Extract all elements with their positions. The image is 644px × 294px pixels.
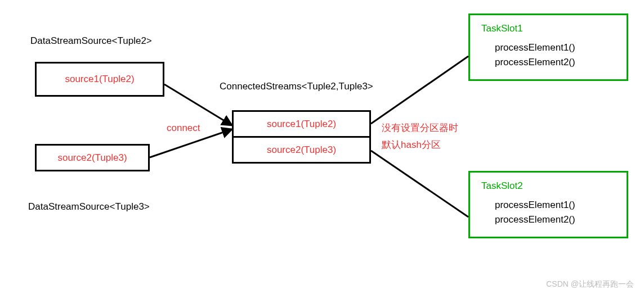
connected-source1-text: source1(Tuple2) bbox=[267, 119, 336, 130]
source1-box: source1(Tuple2) bbox=[35, 62, 164, 97]
line-connected-to-slot2 bbox=[371, 151, 468, 217]
connected-source1-box: source1(Tuple2) bbox=[232, 110, 371, 138]
watermark-text: CSDN @让线程再跑一会 bbox=[546, 279, 634, 290]
task-slot-2-title: TaskSlot2 bbox=[481, 180, 615, 192]
connected-source2-text: source2(Tuple3) bbox=[267, 144, 336, 156]
task-slot-1-process2: processElement2() bbox=[495, 57, 615, 68]
partitioner-note-line1: 没有设置分区器时 bbox=[382, 121, 458, 134]
connected-streams-label: ConnectedStreams<Tuple2,Tuple3> bbox=[220, 81, 373, 92]
source2-box: source2(Tuple3) bbox=[35, 144, 150, 171]
line-connected-to-slot1 bbox=[371, 56, 468, 124]
connected-source2-box: source2(Tuple3) bbox=[232, 136, 371, 164]
task-slot-2-process2: processElement2() bbox=[495, 214, 615, 225]
data-stream-source-tuple3-label: DataStreamSource<Tuple3> bbox=[28, 201, 150, 212]
task-slot-1-process1: processElement1() bbox=[495, 42, 615, 53]
connect-label: connect bbox=[167, 123, 200, 134]
task-slot-2-process1: processElement1() bbox=[495, 200, 615, 211]
data-stream-source-tuple2-label: DataStreamSource<Tuple2> bbox=[30, 35, 152, 47]
task-slot-2-box: TaskSlot2 processElement1() processEleme… bbox=[468, 171, 628, 238]
partitioner-note-line2: 默认hash分区 bbox=[382, 138, 441, 151]
source2-text: source2(Tuple3) bbox=[57, 152, 127, 164]
task-slot-1-box: TaskSlot1 processElement1() processEleme… bbox=[468, 13, 628, 81]
task-slot-1-title: TaskSlot1 bbox=[481, 23, 615, 34]
source1-text: source1(Tuple2) bbox=[65, 74, 134, 85]
